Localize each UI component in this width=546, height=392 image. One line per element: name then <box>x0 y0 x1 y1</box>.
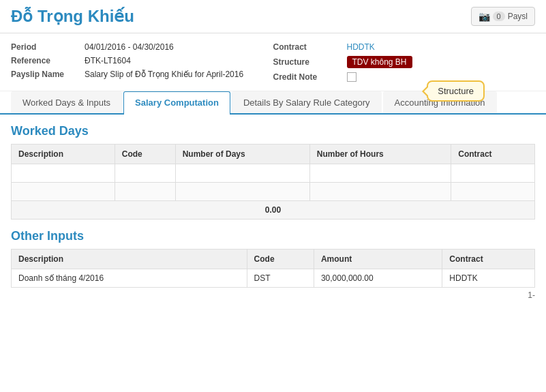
oi-row-0-description: Doanh số tháng 4/2016 <box>12 269 247 288</box>
payslip-name-label: Payslip Name <box>11 70 79 79</box>
worked-days-header-row: Description Code Number of Days Number o… <box>12 145 535 164</box>
oi-col-code: Code <box>247 250 314 269</box>
worked-days-table: Description Code Number of Days Number o… <box>11 144 535 220</box>
other-inputs-table: Description Code Amount Contract Doanh s… <box>11 249 535 288</box>
col-num-hours: Number of Hours <box>309 145 451 164</box>
info-right: Contract HDDTK Structure TDV không BH Cr… <box>273 40 536 84</box>
structure-row: Structure TDV không BH <box>273 54 536 70</box>
col-contract: Contract <box>451 145 535 164</box>
oi-col-contract: Contract <box>442 250 535 269</box>
top-bar: Đỗ Trọng Khiếu 📷 0 Paysl <box>0 0 546 33</box>
tab-worked-days-inputs[interactable]: Worked Days & Inputs <box>11 91 122 113</box>
structure-badge[interactable]: TDV không BH <box>347 56 412 68</box>
reference-row: Reference ĐTK-LT1604 <box>11 54 273 67</box>
reference-value: ĐTK-LT1604 <box>85 56 131 65</box>
tab-details-by-salary-rule[interactable]: Details By Salary Rule Category <box>232 91 382 113</box>
worked-days-total-row: 0.00 <box>12 201 535 220</box>
employee-name: Đỗ Trọng Khiếu <box>11 7 134 26</box>
worked-days-empty-row-1 <box>12 164 535 183</box>
worked-days-table-wrapper: Description Code Number of Days Number o… <box>0 144 546 220</box>
page-indicator: 1- <box>0 288 546 303</box>
oi-col-description: Description <box>12 250 247 269</box>
payslip-name-value: Salary Slip of Đỗ Trọng Khiếu for April-… <box>85 70 243 79</box>
other-inputs-row-0: Doanh số tháng 4/2016 DST 30,000,000.00 … <box>12 269 535 288</box>
payslip-count-badge: 0 <box>493 12 505 21</box>
credit-note-row: Credit Note <box>273 70 536 84</box>
contract-row: Contract HDDTK <box>273 40 536 54</box>
period-label: Period <box>11 42 79 52</box>
other-inputs-table-wrapper: Description Code Amount Contract Doanh s… <box>0 249 546 288</box>
other-inputs-header-row: Description Code Amount Contract <box>12 250 535 269</box>
oi-row-0-code: DST <box>247 269 314 288</box>
camera-icon: 📷 <box>479 11 490 22</box>
tab-salary-computation[interactable]: Salary Computation <box>123 91 230 115</box>
structure-label: Structure <box>273 57 342 67</box>
structure-tooltip: Structure <box>427 80 485 102</box>
payslip-name-row: Payslip Name Salary Slip of Đỗ Trọng Khi… <box>11 67 273 81</box>
contract-value[interactable]: HDDTK <box>347 42 375 52</box>
oi-row-0-contract: HDDTK <box>442 269 535 288</box>
worked-days-section: Worked Days Description Code Number of D… <box>0 115 546 220</box>
credit-note-checkbox[interactable] <box>347 72 357 82</box>
period-row: Period 04/01/2016 - 04/30/2016 <box>11 40 273 54</box>
worked-days-total: 0.00 <box>12 201 535 220</box>
col-description: Description <box>12 145 115 164</box>
info-left: Period 04/01/2016 - 04/30/2016 Reference… <box>11 40 273 84</box>
period-value: 04/01/2016 - 04/30/2016 <box>85 42 174 52</box>
worked-days-title: Worked Days <box>0 115 546 144</box>
col-code: Code <box>115 145 175 164</box>
worked-days-empty-row-2 <box>12 183 535 201</box>
payslip-button[interactable]: 📷 0 Paysl <box>471 7 535 26</box>
col-num-days: Number of Days <box>175 145 309 164</box>
oi-row-0-amount: 30,000,000.00 <box>314 269 442 288</box>
reference-label: Reference <box>11 56 79 65</box>
oi-col-amount: Amount <box>314 250 442 269</box>
contract-label: Contract <box>273 42 342 52</box>
payslip-label: Paysl <box>508 12 528 21</box>
credit-note-label: Credit Note <box>273 72 342 82</box>
other-inputs-section: Other Inputs Inputs Description Code Amo… <box>0 220 546 303</box>
other-inputs-title: Other Inputs <box>0 220 546 249</box>
